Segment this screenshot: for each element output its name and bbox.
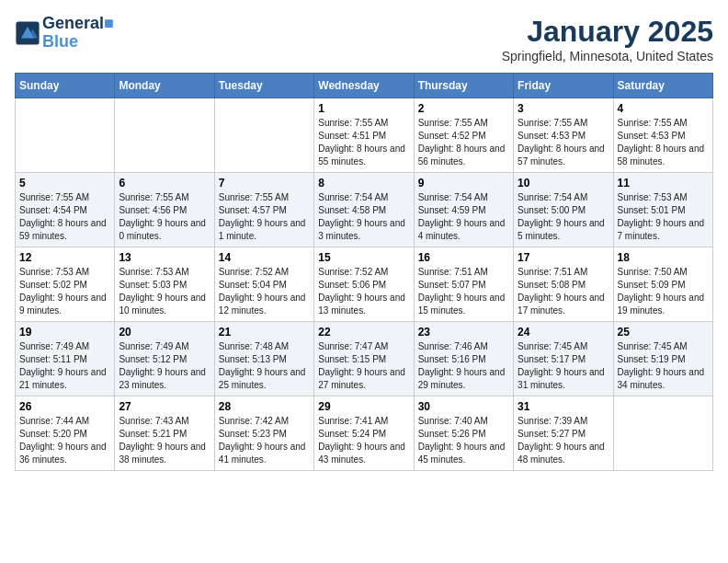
day-header-saturday: Saturday: [613, 74, 712, 98]
day-header-monday: Monday: [115, 74, 214, 98]
cell-content: Sunrise: 7:53 AMSunset: 5:03 PMDaylight:…: [119, 266, 210, 317]
logo-icon: [15, 20, 40, 46]
calendar-cell: [214, 98, 313, 173]
logo-text: General■ Blue: [42, 15, 114, 52]
calendar-cell: 31Sunrise: 7:39 AMSunset: 5:27 PMDayligh…: [514, 396, 613, 471]
day-header-wednesday: Wednesday: [314, 74, 414, 98]
day-number: 3: [518, 102, 609, 115]
day-header-sunday: Sunday: [16, 74, 115, 98]
day-number: 10: [518, 177, 609, 190]
cell-content: Sunrise: 7:54 AMSunset: 4:59 PMDaylight:…: [418, 191, 509, 243]
day-number: 14: [219, 251, 310, 264]
day-header-tuesday: Tuesday: [214, 74, 313, 98]
day-number: 13: [119, 251, 210, 264]
cell-content: Sunrise: 7:52 AMSunset: 5:06 PMDaylight:…: [318, 266, 409, 317]
calendar-cell: 27Sunrise: 7:43 AMSunset: 5:21 PMDayligh…: [115, 396, 214, 471]
day-number: 5: [19, 177, 110, 190]
cell-content: Sunrise: 7:51 AMSunset: 5:07 PMDaylight:…: [418, 266, 509, 317]
calendar-cell: 15Sunrise: 7:52 AMSunset: 5:06 PMDayligh…: [314, 247, 414, 322]
day-number: 1: [318, 102, 409, 115]
calendar-cell: 19Sunrise: 7:49 AMSunset: 5:11 PMDayligh…: [16, 322, 115, 396]
cell-content: Sunrise: 7:54 AMSunset: 4:58 PMDaylight:…: [318, 191, 409, 243]
day-number: 26: [19, 400, 110, 413]
calendar-cell: [613, 396, 712, 471]
day-number: 19: [19, 326, 110, 339]
day-number: 6: [119, 177, 210, 190]
cell-content: Sunrise: 7:55 AMSunset: 4:54 PMDaylight:…: [19, 191, 110, 243]
cell-content: Sunrise: 7:55 AMSunset: 4:57 PMDaylight:…: [219, 191, 310, 243]
calendar-cell: [16, 98, 115, 173]
calendar-cell: 18Sunrise: 7:50 AMSunset: 5:09 PMDayligh…: [613, 247, 712, 322]
day-number: 20: [119, 326, 210, 339]
day-header-thursday: Thursday: [414, 74, 513, 98]
day-header-friday: Friday: [514, 74, 613, 98]
calendar-cell: 1Sunrise: 7:55 AMSunset: 4:51 PMDaylight…: [314, 98, 414, 173]
month-title: January 2025: [502, 15, 713, 49]
cell-content: Sunrise: 7:39 AMSunset: 5:27 PMDaylight:…: [518, 415, 609, 466]
day-number: 4: [618, 102, 709, 115]
cell-content: Sunrise: 7:45 AMSunset: 5:19 PMDaylight:…: [618, 340, 709, 392]
day-number: 18: [618, 251, 709, 264]
header-row: SundayMondayTuesdayWednesdayThursdayFrid…: [16, 74, 713, 98]
day-number: 8: [318, 177, 409, 190]
calendar-cell: 24Sunrise: 7:45 AMSunset: 5:17 PMDayligh…: [514, 322, 613, 396]
cell-content: Sunrise: 7:41 AMSunset: 5:24 PMDaylight:…: [318, 415, 409, 466]
week-row-3: 12Sunrise: 7:53 AMSunset: 5:02 PMDayligh…: [16, 247, 713, 322]
calendar-cell: 29Sunrise: 7:41 AMSunset: 5:24 PMDayligh…: [314, 396, 414, 471]
day-number: 28: [219, 400, 310, 413]
cell-content: Sunrise: 7:43 AMSunset: 5:21 PMDaylight:…: [119, 415, 210, 466]
location: Springfield, Minnesota, United States: [502, 49, 713, 63]
day-number: 11: [618, 177, 709, 190]
calendar-cell: 5Sunrise: 7:55 AMSunset: 4:54 PMDaylight…: [16, 173, 115, 247]
cell-content: Sunrise: 7:49 AMSunset: 5:12 PMDaylight:…: [119, 340, 210, 392]
cell-content: Sunrise: 7:54 AMSunset: 5:00 PMDaylight:…: [518, 191, 609, 243]
cell-content: Sunrise: 7:53 AMSunset: 5:02 PMDaylight:…: [19, 266, 110, 317]
week-row-1: 1Sunrise: 7:55 AMSunset: 4:51 PMDaylight…: [16, 98, 713, 173]
calendar-cell: 2Sunrise: 7:55 AMSunset: 4:52 PMDaylight…: [414, 98, 513, 173]
calendar-cell: 30Sunrise: 7:40 AMSunset: 5:26 PMDayligh…: [414, 396, 513, 471]
day-number: 23: [418, 326, 509, 339]
cell-content: Sunrise: 7:47 AMSunset: 5:15 PMDaylight:…: [318, 340, 409, 392]
day-number: 31: [518, 400, 609, 413]
cell-content: Sunrise: 7:48 AMSunset: 5:13 PMDaylight:…: [219, 340, 310, 392]
day-number: 17: [518, 251, 609, 264]
cell-content: Sunrise: 7:55 AMSunset: 4:52 PMDaylight:…: [418, 117, 509, 168]
day-number: 22: [318, 326, 409, 339]
calendar-cell: 8Sunrise: 7:54 AMSunset: 4:58 PMDaylight…: [314, 173, 414, 247]
calendar-cell: 25Sunrise: 7:45 AMSunset: 5:19 PMDayligh…: [613, 322, 712, 396]
cell-content: Sunrise: 7:55 AMSunset: 4:56 PMDaylight:…: [119, 191, 210, 243]
calendar-cell: 22Sunrise: 7:47 AMSunset: 5:15 PMDayligh…: [314, 322, 414, 396]
day-number: 2: [418, 102, 509, 115]
week-row-5: 26Sunrise: 7:44 AMSunset: 5:20 PMDayligh…: [16, 396, 713, 471]
cell-content: Sunrise: 7:45 AMSunset: 5:17 PMDaylight:…: [518, 340, 609, 392]
cell-content: Sunrise: 7:42 AMSunset: 5:23 PMDaylight:…: [219, 415, 310, 466]
calendar-cell: 13Sunrise: 7:53 AMSunset: 5:03 PMDayligh…: [115, 247, 214, 322]
calendar-cell: 16Sunrise: 7:51 AMSunset: 5:07 PMDayligh…: [414, 247, 513, 322]
page-header: General■ Blue January 2025 Springfield, …: [15, 15, 713, 63]
day-number: 25: [618, 326, 709, 339]
day-number: 29: [318, 400, 409, 413]
calendar-cell: 3Sunrise: 7:55 AMSunset: 4:53 PMDaylight…: [514, 98, 613, 173]
calendar-cell: 17Sunrise: 7:51 AMSunset: 5:08 PMDayligh…: [514, 247, 613, 322]
calendar-cell: 6Sunrise: 7:55 AMSunset: 4:56 PMDaylight…: [115, 173, 214, 247]
cell-content: Sunrise: 7:52 AMSunset: 5:04 PMDaylight:…: [219, 266, 310, 317]
day-number: 30: [418, 400, 509, 413]
day-number: 9: [418, 177, 509, 190]
calendar-cell: 23Sunrise: 7:46 AMSunset: 5:16 PMDayligh…: [414, 322, 513, 396]
day-number: 24: [518, 326, 609, 339]
cell-content: Sunrise: 7:49 AMSunset: 5:11 PMDaylight:…: [19, 340, 110, 392]
cell-content: Sunrise: 7:55 AMSunset: 4:53 PMDaylight:…: [618, 117, 709, 168]
calendar-cell: 21Sunrise: 7:48 AMSunset: 5:13 PMDayligh…: [214, 322, 313, 396]
week-row-4: 19Sunrise: 7:49 AMSunset: 5:11 PMDayligh…: [16, 322, 713, 396]
calendar-cell: 11Sunrise: 7:53 AMSunset: 5:01 PMDayligh…: [613, 173, 712, 247]
day-number: 12: [19, 251, 110, 264]
cell-content: Sunrise: 7:51 AMSunset: 5:08 PMDaylight:…: [518, 266, 609, 317]
cell-content: Sunrise: 7:40 AMSunset: 5:26 PMDaylight:…: [418, 415, 509, 466]
calendar-cell: 7Sunrise: 7:55 AMSunset: 4:57 PMDaylight…: [214, 173, 313, 247]
calendar-table: SundayMondayTuesdayWednesdayThursdayFrid…: [15, 73, 713, 471]
day-number: 7: [219, 177, 310, 190]
day-number: 16: [418, 251, 509, 264]
day-number: 15: [318, 251, 409, 264]
cell-content: Sunrise: 7:50 AMSunset: 5:09 PMDaylight:…: [618, 266, 709, 317]
calendar-cell: 12Sunrise: 7:53 AMSunset: 5:02 PMDayligh…: [16, 247, 115, 322]
